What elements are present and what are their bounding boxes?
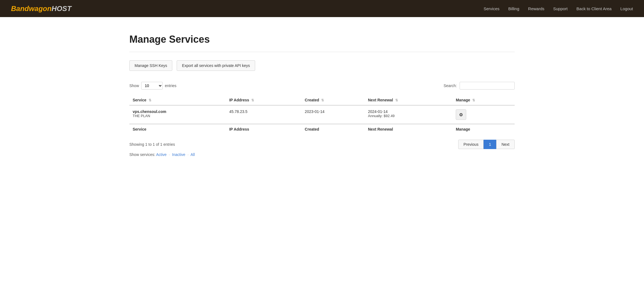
table-body: vps.chensoul.com THE PLAN 45.78.23.5 202… [129,105,515,124]
col-label-renewal: Next Renewal [368,98,393,102]
renewal-price: Annually: $92.49 [368,114,449,118]
services-table: Service ⇅ IP Address ⇅ Created ⇅ Next Re… [129,95,515,134]
nav-item-services[interactable]: Services [484,6,500,11]
sort-icon-ip[interactable]: ⇅ [251,98,254,102]
sort-icon-service[interactable]: ⇅ [149,98,151,102]
table-row: vps.chensoul.com THE PLAN 45.78.23.5 202… [129,105,515,124]
page-1-button[interactable]: 1 [484,140,496,149]
sort-icon-renewal[interactable]: ⇅ [395,98,398,102]
col-header-manage: Manage ⇅ [452,95,515,105]
nav-link-support[interactable]: Support [553,6,568,11]
page-title: Manage Services [129,34,515,45]
nav-link-billing[interactable]: Billing [508,6,519,11]
footer-col-created: Created [301,124,365,134]
nav-links: Services Billing Rewards Support Back to… [484,6,633,11]
pagination: Previous 1 Next [458,140,515,149]
sort-icon-created[interactable]: ⇅ [321,98,324,102]
col-label-ip: IP Address [229,98,249,102]
nav-link-logout[interactable]: Logout [620,6,633,11]
col-label-manage: Manage [456,98,470,102]
divider [129,52,515,52]
col-header-renewal: Next Renewal ⇅ [365,95,452,105]
manage-gear-button[interactable]: ⚙ [456,109,466,120]
footer-col-ip: IP Address [226,124,301,134]
separator-2: · [187,152,189,157]
nav-item-rewards[interactable]: Rewards [528,6,544,11]
search-area: Search: [444,82,515,90]
action-buttons: Manage SSH Keys Export all services with… [129,60,515,71]
nav-link-rewards[interactable]: Rewards [528,6,544,11]
footer-col-service: Service [129,124,226,134]
separator-1: · [169,152,170,157]
showing-info: Showing 1 to 1 of 1 entries [129,142,175,147]
cell-renewal: 2024-01-14 Annually: $92.49 [365,105,452,124]
sort-icon-manage[interactable]: ⇅ [472,98,475,102]
service-name: vps.chensoul.com [133,109,223,114]
show-services-label: Show services: [129,152,155,157]
cell-service: vps.chensoul.com THE PLAN [129,105,226,124]
footer-row: Service IP Address Created Next Renewal … [129,124,515,134]
table-controls: Show 10 25 50 100 entries Search: [129,82,515,90]
nav-item-client-area[interactable]: Back to Client Area [577,6,612,11]
brand-logo: BandwagonHOST [11,4,72,13]
nav-link-client-area[interactable]: Back to Client Area [577,6,612,11]
entries-label: entries [165,83,176,88]
col-label-created: Created [305,98,319,102]
service-plan: THE PLAN [133,114,223,118]
all-filter-link[interactable]: All [190,152,195,157]
col-header-ip: IP Address ⇅ [226,95,301,105]
manage-ssh-button[interactable]: Manage SSH Keys [129,60,172,71]
footer-col-manage: Manage [452,124,515,134]
main-content: Manage Services Manage SSH Keys Export a… [118,17,526,168]
nav-item-support[interactable]: Support [553,6,568,11]
table-footer-controls: Showing 1 to 1 of 1 entries Previous 1 N… [129,140,515,149]
cell-created: 2023-01-14 [301,105,365,124]
next-button[interactable]: Next [496,140,515,149]
show-entries-control: Show 10 25 50 100 entries [129,82,176,90]
header-row: Service ⇅ IP Address ⇅ Created ⇅ Next Re… [129,95,515,105]
search-input[interactable] [460,82,515,90]
nav-link-services[interactable]: Services [484,6,500,11]
cell-ip: 45.78.23.5 [226,105,301,124]
table-header: Service ⇅ IP Address ⇅ Created ⇅ Next Re… [129,95,515,105]
navbar: BandwagonHOST Services Billing Rewards S… [0,0,644,17]
nav-item-billing[interactable]: Billing [508,6,519,11]
cell-manage: ⚙ [452,105,515,124]
show-services-filter: Show services: Active · Inactive · All [129,152,515,157]
export-api-button[interactable]: Export all services with private API key… [177,60,255,71]
entries-select[interactable]: 10 25 50 100 [141,82,163,90]
col-header-service: Service ⇅ [129,95,226,105]
col-header-created: Created ⇅ [301,95,365,105]
inactive-filter-link[interactable]: Inactive [172,152,185,157]
nav-item-logout[interactable]: Logout [620,6,633,11]
brand-part2: HOST [51,4,71,13]
renewal-date: 2024-01-14 [368,109,449,114]
footer-col-renewal: Next Renewal [365,124,452,134]
previous-button[interactable]: Previous [458,140,484,149]
show-label: Show [129,83,139,88]
gear-icon: ⚙ [459,112,463,117]
col-label-service: Service [133,98,146,102]
search-label: Search: [444,83,457,88]
brand-part1: Bandwagon [11,4,51,13]
active-filter-link[interactable]: Active [156,152,167,157]
table-footer-row: Service IP Address Created Next Renewal … [129,124,515,134]
